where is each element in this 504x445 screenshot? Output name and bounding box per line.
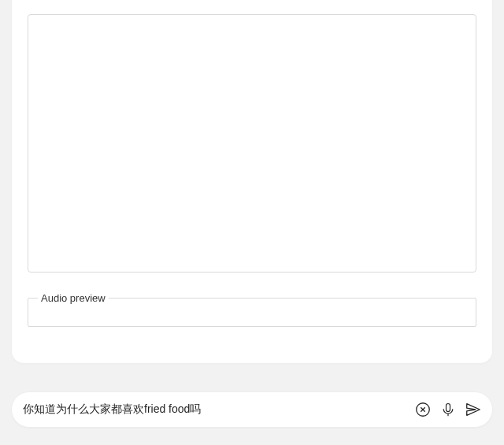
response-textarea[interactable] — [28, 14, 476, 273]
audio-preview-group: Audio preview — [28, 292, 476, 327]
preview-card: Audio preview — [11, 0, 493, 364]
send-icon — [465, 401, 482, 418]
cancel-button[interactable] — [410, 397, 435, 422]
microphone-icon — [440, 402, 456, 417]
cancel-icon — [414, 401, 432, 418]
microphone-button[interactable] — [435, 397, 461, 422]
audio-preview-legend: Audio preview — [38, 292, 109, 304]
send-button[interactable] — [461, 397, 486, 422]
svg-rect-3 — [447, 404, 450, 412]
chat-input-bar — [11, 391, 493, 428]
chat-input[interactable] — [23, 392, 410, 427]
